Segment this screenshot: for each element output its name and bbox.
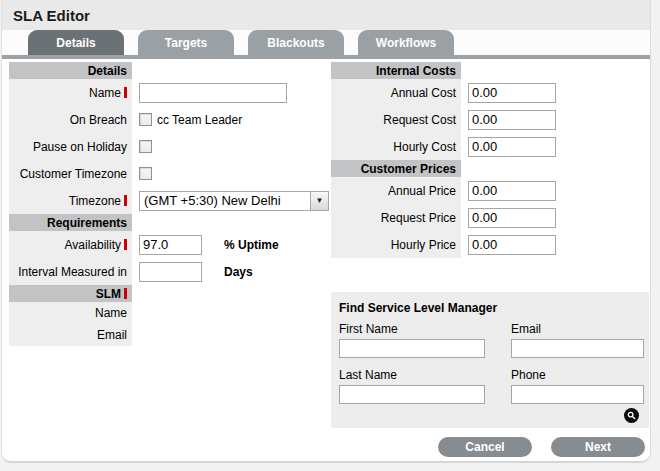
- required-marker: [124, 87, 127, 98]
- tab-details[interactable]: Details: [28, 30, 124, 55]
- slm-email-row: Email: [9, 324, 325, 346]
- slm-name-row: Name: [9, 302, 325, 324]
- timezone-selected-value: (GMT +5:30) New Delhi: [140, 192, 310, 210]
- request-cost-row: Request Cost: [331, 106, 649, 133]
- tab-bar: Details Targets Blackouts Workflows: [2, 30, 650, 55]
- section-heading-requirements: Requirements: [9, 214, 132, 231]
- required-marker: [124, 195, 127, 206]
- content-area: Details Name On Breach cc: [2, 59, 651, 461]
- tab-blackouts[interactable]: Blackouts: [248, 30, 344, 55]
- name-input[interactable]: [139, 83, 287, 103]
- interval-row: Interval Measured in Days: [9, 258, 325, 285]
- hourly-cost-input[interactable]: [468, 137, 556, 157]
- request-price-row: Request Price: [331, 204, 649, 231]
- on-breach-row: On Breach cc Team Leader: [9, 106, 325, 133]
- required-marker: [124, 239, 127, 250]
- tab-targets[interactable]: Targets: [138, 30, 234, 55]
- interval-label: Interval Measured in: [18, 265, 127, 279]
- pause-on-holiday-label: Pause on Holiday: [33, 140, 127, 154]
- phone-input[interactable]: [511, 385, 644, 404]
- find-slm-heading: Find Service Level Manager: [331, 292, 649, 318]
- first-name-label: First Name: [339, 318, 485, 339]
- email-input[interactable]: [511, 339, 644, 358]
- find-slm-panel: Find Service Level Manager First Name Em…: [331, 292, 649, 428]
- hourly-price-label: Hourly Price: [391, 238, 456, 252]
- cc-team-leader-label: cc Team Leader: [157, 113, 242, 127]
- annual-price-row: Annual Price: [331, 177, 649, 204]
- details-column: Details Name On Breach cc: [9, 62, 325, 346]
- cancel-button[interactable]: Cancel: [438, 437, 532, 457]
- annual-price-label: Annual Price: [388, 184, 456, 198]
- first-name-input[interactable]: [339, 339, 485, 358]
- required-marker: [124, 288, 127, 299]
- title-bar: SLA Editor: [2, 0, 650, 30]
- request-cost-input[interactable]: [468, 110, 556, 130]
- costs-column: Internal Costs Annual Cost Request Cost: [331, 62, 649, 258]
- tab-workflows[interactable]: Workflows: [358, 30, 454, 55]
- annual-cost-input[interactable]: [468, 83, 556, 103]
- hourly-price-row: Hourly Price: [331, 231, 649, 258]
- next-button[interactable]: Next: [551, 437, 645, 457]
- request-price-label: Request Price: [381, 211, 456, 225]
- interval-input[interactable]: [139, 262, 202, 282]
- chevron-down-icon[interactable]: ▼: [310, 192, 328, 210]
- on-breach-label: On Breach: [70, 113, 127, 127]
- days-suffix-label: Days: [224, 265, 253, 279]
- annual-cost-label: Annual Cost: [391, 86, 456, 100]
- phone-label: Phone: [511, 364, 644, 385]
- hourly-cost-label: Hourly Cost: [393, 140, 456, 154]
- name-row: Name: [9, 79, 325, 106]
- uptime-suffix-label: % Uptime: [224, 238, 279, 252]
- annual-cost-row: Annual Cost: [331, 79, 649, 106]
- page-title: SLA Editor: [13, 7, 90, 24]
- magnifier-glyph: [627, 411, 636, 420]
- request-cost-label: Request Cost: [383, 113, 456, 127]
- availability-row: Availability % Uptime: [9, 231, 325, 258]
- annual-price-input[interactable]: [468, 181, 556, 201]
- availability-label: Availability: [65, 238, 121, 252]
- slm-name-label: Name: [95, 306, 127, 320]
- availability-input[interactable]: [139, 235, 202, 255]
- name-label: Name: [89, 86, 121, 100]
- hourly-cost-row: Hourly Cost: [331, 133, 649, 160]
- pause-on-holiday-checkbox[interactable]: [139, 140, 152, 153]
- request-price-input[interactable]: [468, 208, 556, 228]
- search-icon[interactable]: [624, 408, 639, 423]
- section-heading-slm: SLM: [9, 285, 132, 302]
- timezone-label: Timezone: [69, 194, 121, 208]
- section-heading-customer-prices: Customer Prices: [331, 160, 461, 177]
- pause-on-holiday-row: Pause on Holiday: [9, 133, 325, 160]
- hourly-price-input[interactable]: [468, 235, 556, 255]
- cc-team-leader-checkbox[interactable]: [139, 113, 152, 126]
- timezone-select[interactable]: (GMT +5:30) New Delhi ▼: [139, 191, 329, 211]
- customer-timezone-label: Customer Timezone: [20, 167, 127, 181]
- section-heading-details: Details: [9, 62, 132, 79]
- section-heading-internal-costs: Internal Costs: [331, 62, 461, 79]
- timezone-row: Timezone (GMT +5:30) New Delhi ▼: [9, 187, 325, 214]
- last-name-label: Last Name: [339, 364, 485, 385]
- email-label: Email: [511, 318, 644, 339]
- sla-editor-window: SLA Editor Details Targets Blackouts Wor…: [1, 0, 651, 463]
- slm-email-label: Email: [97, 328, 127, 342]
- last-name-input[interactable]: [339, 385, 485, 404]
- customer-timezone-checkbox[interactable]: [139, 167, 152, 180]
- customer-timezone-row: Customer Timezone: [9, 160, 325, 187]
